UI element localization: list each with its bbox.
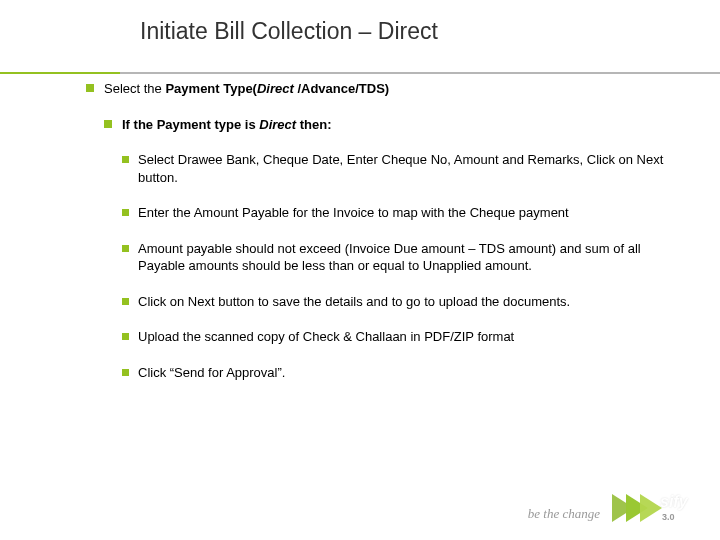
brand-logo: sify ® 3.0 — [612, 486, 698, 530]
logo-arrow-icon — [640, 494, 662, 522]
text-bold-italic: Direct — [259, 117, 296, 132]
list-item: Select Drawee Bank, Cheque Date, Enter C… — [122, 151, 666, 186]
title-block: Initiate Bill Collection – Direct — [0, 18, 720, 49]
text: Select the — [104, 81, 165, 96]
bullet-list-level3: Select Drawee Bank, Cheque Date, Enter C… — [122, 151, 666, 381]
bullet-list-level2: If the Payment type is Direct then: Sele… — [104, 116, 666, 382]
text: Enter the Amount Payable for the Invoice… — [138, 205, 569, 220]
text: Upload the scanned copy of Check & Chall… — [138, 329, 514, 344]
text: Click “Send for Approval”. — [138, 365, 285, 380]
text: Select Drawee Bank, Cheque Date, Enter C… — [138, 152, 663, 185]
list-item: Amount payable should not exceed (Invoic… — [122, 240, 666, 275]
list-item: Upload the scanned copy of Check & Chall… — [122, 328, 666, 346]
text-bold: /Advance/TDS — [294, 81, 385, 96]
text: Amount payable should not exceed (Invoic… — [138, 241, 641, 274]
logo-label: sify — [660, 493, 688, 511]
content-area: Select the Payment Type(Direct /Advance/… — [86, 80, 666, 399]
text-bold-italic: Direct — [257, 81, 294, 96]
list-item: If the Payment type is Direct then: Sele… — [104, 116, 666, 382]
slide: Initiate Bill Collection – Direct Select… — [0, 0, 720, 540]
slide-title: Initiate Bill Collection – Direct — [0, 18, 720, 49]
list-item: Click on Next button to save the details… — [122, 293, 666, 311]
footer-tagline: be the change — [528, 506, 600, 522]
list-item: Click “Send for Approval”. — [122, 364, 666, 382]
text-bold: Payment Type( — [165, 81, 257, 96]
list-item: Select the Payment Type(Direct /Advance/… — [86, 80, 666, 381]
text-bold: then: — [296, 117, 331, 132]
logo-trademark: ® — [685, 492, 690, 499]
title-underline-green — [0, 72, 120, 74]
logo-subtext: 3.0 — [662, 512, 675, 522]
text: Click on Next button to save the details… — [138, 294, 570, 309]
text-bold: If the Payment type is — [122, 117, 259, 132]
list-item: Enter the Amount Payable for the Invoice… — [122, 204, 666, 222]
bullet-list-level1: Select the Payment Type(Direct /Advance/… — [86, 80, 666, 381]
text-bold: ) — [385, 81, 389, 96]
